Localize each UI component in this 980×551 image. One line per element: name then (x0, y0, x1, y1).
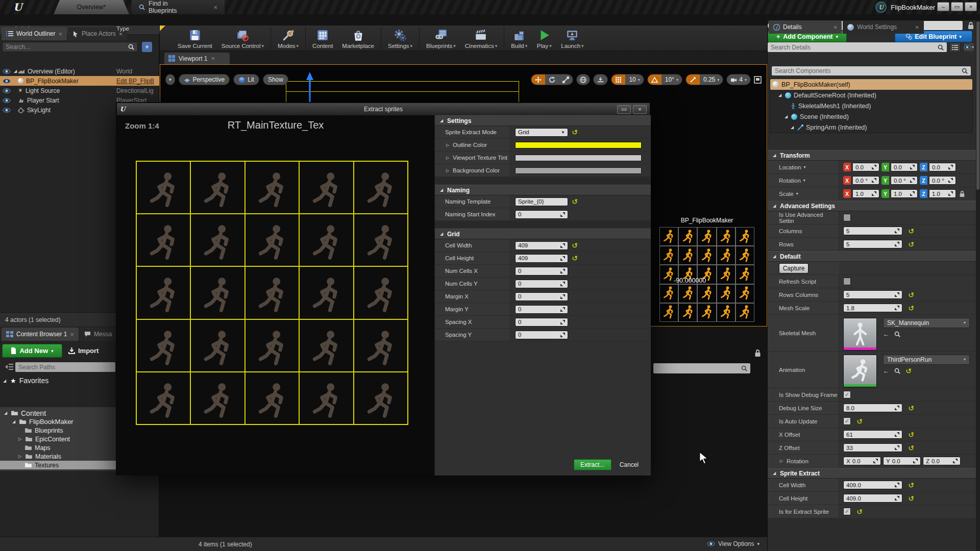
spacing-y-input[interactable]: 0 (515, 331, 568, 339)
visibility-eye-icon[interactable] (3, 108, 11, 113)
add-actor-icon[interactable]: + (142, 42, 152, 52)
minimize-button[interactable]: – (937, 2, 949, 11)
location-z-input[interactable]: 0.0 (929, 163, 956, 171)
tab-details[interactable]: i Details × (769, 20, 842, 34)
location-x-input[interactable]: 0.0 (853, 163, 879, 171)
section-sprite-extract[interactable]: ◢ Sprite Extract (768, 468, 976, 479)
camera-speed-button[interactable]: 4▾ (727, 74, 750, 85)
column-type[interactable]: Type (116, 26, 129, 32)
debug-line-size-input[interactable]: 8.0 (843, 404, 902, 412)
visibility-eye-icon[interactable] (3, 69, 11, 74)
spinner-icon[interactable] (948, 191, 953, 196)
capture-button[interactable]: Capture (779, 263, 808, 273)
tab-message-log[interactable]: Messa (80, 328, 116, 341)
modes-button[interactable]: Modes▾ (273, 27, 303, 50)
browse-icon[interactable] (894, 331, 900, 337)
margin-y-input[interactable]: 0 (515, 305, 568, 314)
translate-tool-button[interactable] (531, 74, 545, 85)
perspective-button[interactable]: Perspective (179, 74, 230, 85)
maximize-viewport-icon[interactable] (754, 76, 762, 84)
revert-icon[interactable]: ↺ (572, 198, 578, 205)
dialog-close-button[interactable]: × (633, 105, 647, 114)
lock-icon[interactable] (754, 349, 762, 357)
revert-icon[interactable]: ↺ (856, 508, 863, 515)
component-row-scene[interactable]: ◢ Scene (Inherited) (770, 111, 972, 122)
rotation-y-input[interactable]: Y0.0 (883, 457, 921, 465)
cancel-button[interactable]: Cancel (620, 461, 639, 468)
build-button[interactable]: Build▾ (506, 27, 532, 50)
close-icon[interactable]: × (213, 4, 217, 11)
search-details-input[interactable]: Search Details (768, 42, 947, 52)
surface-snap-button[interactable] (593, 74, 608, 85)
expanded-icon[interactable]: ◢ (11, 419, 16, 424)
rotation-snap-toggle[interactable] (648, 74, 662, 85)
x-offset-input[interactable]: 61 (843, 430, 902, 439)
marketplace-button[interactable]: U Marketplace (337, 27, 379, 50)
revert-icon[interactable]: ↺ (908, 305, 914, 312)
world-local-toggle-button[interactable] (576, 74, 590, 85)
spinner-icon[interactable] (560, 333, 565, 337)
spinner-icon[interactable] (560, 256, 565, 261)
display-filter-button[interactable]: ▾ (963, 42, 974, 52)
revert-icon[interactable]: ↺ (572, 255, 578, 262)
revert-icon[interactable]: ↺ (856, 418, 863, 425)
rows-input[interactable]: 5 (843, 240, 902, 248)
spinner-icon[interactable] (560, 294, 565, 299)
dialog-maximize-button[interactable]: ▭ (617, 105, 631, 114)
animation-dropdown[interactable]: ThirdPersonRun ▾ (883, 355, 970, 365)
sources-toggle-icon[interactable] (4, 363, 13, 371)
outliner-row-selected[interactable]: BP_FlipBookMaker Edit BP_FlipB (0, 76, 159, 86)
details-scrollbar-thumb[interactable] (976, 21, 979, 190)
rows-columns-input[interactable]: 5 (843, 290, 902, 299)
lock-icon[interactable] (967, 21, 974, 30)
tab-world-outliner[interactable]: World Outliner × (2, 27, 67, 40)
location-y-input[interactable]: 0.0 (891, 163, 918, 171)
search-paths-input[interactable]: Search Paths (15, 362, 115, 372)
spinner-icon[interactable] (872, 191, 876, 196)
expanded-icon[interactable]: ◢ (3, 411, 8, 415)
margin-x-input[interactable]: 0 (515, 292, 568, 301)
play-button[interactable]: Play▾ (532, 27, 556, 50)
dialog-titlebar[interactable]: U Extract sprites ▭ × (117, 103, 650, 115)
blueprints-button[interactable]: Blueprints▾ (422, 27, 460, 50)
scale-tool-button[interactable] (559, 74, 573, 85)
spinner-icon[interactable] (895, 496, 899, 500)
collapsed-icon[interactable]: ▷ (17, 454, 22, 459)
launch-button[interactable]: Launch▾ (556, 27, 588, 50)
revert-icon[interactable]: ↺ (908, 482, 914, 489)
content-button[interactable]: Content (308, 27, 337, 50)
collapsed-icon[interactable]: ▷ (17, 437, 22, 441)
section-settings[interactable]: ◢ Settings (435, 115, 651, 126)
cell-height-input[interactable]: 409 (515, 254, 568, 263)
expanded-icon[interactable]: ◢ (783, 114, 789, 119)
spinner-icon[interactable] (872, 178, 876, 183)
scale-z-input[interactable]: 1.0 (929, 189, 956, 198)
skeletal-mesh-thumbnail[interactable] (843, 318, 877, 350)
spacing-x-input[interactable]: 0 (515, 318, 568, 327)
revert-icon[interactable]: ↺ (908, 228, 914, 235)
close-button[interactable]: × (965, 2, 977, 11)
extract-button[interactable]: Extract... (574, 459, 611, 470)
section-grid[interactable]: ◢ Grid (435, 229, 651, 239)
spinner-icon[interactable] (560, 243, 565, 248)
visibility-eye-icon[interactable] (3, 79, 11, 84)
window-tab-overview[interactable]: Overview* (54, 0, 129, 14)
revert-icon[interactable]: ↺ (572, 242, 578, 249)
revert-icon[interactable]: ↺ (572, 129, 578, 136)
use-selected-icon[interactable]: ← (883, 367, 889, 374)
spinner-icon[interactable] (560, 282, 565, 286)
component-row-skeletalmesh[interactable]: SkeletalMesh1 (Inherited) (770, 101, 972, 111)
rotation-x-input[interactable]: 0.0 ° (853, 176, 879, 185)
background-color-swatch[interactable] (515, 167, 642, 174)
outliner-row[interactable]: ☀ Light Source DirectionalLig (0, 86, 159, 95)
property-matrix-button[interactable] (949, 42, 961, 52)
sprite-extraction-grid[interactable] (136, 161, 408, 425)
spinner-icon[interactable] (910, 178, 915, 183)
spinner-icon[interactable] (895, 229, 899, 233)
spinner-icon[interactable] (953, 459, 958, 463)
revert-icon[interactable]: ↺ (905, 367, 912, 374)
revert-icon[interactable]: ↺ (908, 291, 914, 298)
spinner-icon[interactable] (895, 445, 899, 450)
collapsed-icon[interactable]: ▷ (445, 156, 450, 160)
component-row-springarm[interactable]: ◢ SpringArm (Inherited) (770, 122, 972, 133)
